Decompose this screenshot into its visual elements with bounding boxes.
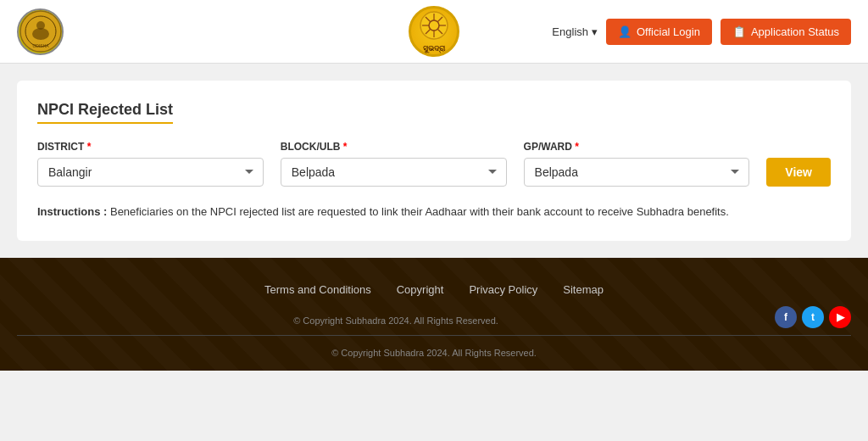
footer-copyright: © Copyright Subhadra 2024. All Rights Re… xyxy=(17,315,775,326)
footer-link-sitemap[interactable]: Sitemap xyxy=(563,283,604,296)
footer-link-copyright[interactable]: Copyright xyxy=(397,283,444,296)
gov-logo: ODISHA xyxy=(17,8,64,55)
district-required: * xyxy=(87,141,92,153)
subhadra-logo-container: ସୁଭଦ୍ରା xyxy=(409,6,459,57)
filter-row: DISTRICT * Balangir Bhubaneswar Cuttack … xyxy=(37,141,831,187)
document-icon: 📋 xyxy=(732,25,746,38)
view-button[interactable]: View xyxy=(766,158,831,187)
main-content: NPCI Rejected List DISTRICT * Balangir B… xyxy=(0,64,868,258)
instructions-text: Beneficiaries on the NPCI rejected list … xyxy=(110,205,729,218)
gpward-required: * xyxy=(575,141,579,153)
district-group: DISTRICT * Balangir Bhubaneswar Cuttack … xyxy=(37,141,264,187)
card-title: NPCI Rejected List xyxy=(37,101,173,124)
footer-social-icons: f t ▶ xyxy=(775,306,851,328)
application-status-button[interactable]: 📋 Application Status xyxy=(721,19,851,45)
block-select[interactable]: Belpada Titilagarh Kantabanji xyxy=(281,158,507,187)
facebook-icon[interactable]: f xyxy=(775,306,797,328)
district-label: DISTRICT * xyxy=(37,141,264,153)
view-btn-wrapper: View xyxy=(766,158,831,187)
instructions: Instructions : Beneficiaries on the NPCI… xyxy=(37,204,831,220)
footer-link-privacy[interactable]: Privacy Policy xyxy=(469,283,537,296)
subhadra-logo: ସୁଭଦ୍ରା xyxy=(409,6,459,57)
svg-point-3 xyxy=(36,21,45,30)
gpward-select[interactable]: Belpada Option2 Option3 xyxy=(524,158,750,187)
footer-copyright-bottom: © Copyright Subhadra 2024. All Rights Re… xyxy=(17,348,851,358)
language-label: English xyxy=(552,25,588,38)
instructions-label: Instructions : xyxy=(37,205,107,218)
block-required: * xyxy=(343,141,348,153)
gpward-group: GP/WARD * Belpada Option2 Option3 xyxy=(524,141,750,187)
content-card: NPCI Rejected List DISTRICT * Balangir B… xyxy=(17,81,851,241)
user-icon: 👤 xyxy=(618,25,632,38)
top-bar-left: ODISHA xyxy=(17,8,64,55)
twitter-icon[interactable]: t xyxy=(802,306,824,328)
chevron-down-icon: ▾ xyxy=(592,25,598,38)
district-select[interactable]: Balangir Bhubaneswar Cuttack Puri xyxy=(37,158,264,187)
svg-point-2 xyxy=(32,28,49,40)
language-selector[interactable]: English ▾ xyxy=(552,25,598,38)
svg-text:ODISHA: ODISHA xyxy=(32,43,49,48)
footer-link-terms[interactable]: Terms and Conditions xyxy=(264,283,371,296)
official-login-button[interactable]: 👤 Official Login xyxy=(606,19,712,45)
block-group: BLOCK/ULB * Belpada Titilagarh Kantabanj… xyxy=(281,141,507,187)
youtube-icon[interactable]: ▶ xyxy=(829,306,851,328)
top-navbar: ODISHA xyxy=(0,0,868,64)
gpward-label: GP/WARD * xyxy=(524,141,750,153)
footer-links: Terms and Conditions Copyright Privacy P… xyxy=(17,283,851,296)
subhadra-logo-text: ସୁଭଦ୍ରା xyxy=(419,44,449,53)
top-bar-right: English ▾ 👤 Official Login 📋 Application… xyxy=(552,19,851,45)
block-label: BLOCK/ULB * xyxy=(281,141,507,153)
footer: Terms and Conditions Copyright Privacy P… xyxy=(0,258,868,371)
